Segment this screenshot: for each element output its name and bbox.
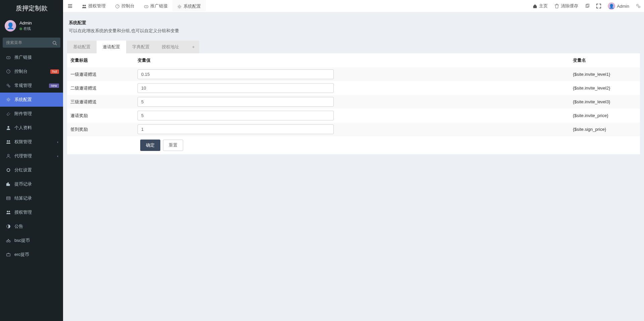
- page-description: 可以在此增改系统的变量和分组,也可以自定义分组和变量: [69, 28, 638, 34]
- badge-new: new: [49, 84, 59, 88]
- svg-point-5: [7, 84, 9, 86]
- sidebar-item-10[interactable]: 结算记录: [0, 191, 63, 205]
- main: 系统配置 可以在此增改系统的变量和分组,也可以自定义分组和变量 基础配置邀请配置…: [63, 0, 644, 321]
- config-tab-1[interactable]: 邀请配置: [97, 41, 126, 53]
- settings-button[interactable]: [633, 0, 644, 12]
- row-title: 一级邀请赠送: [67, 67, 134, 81]
- config-tab-3[interactable]: 授权地址: [156, 41, 185, 53]
- fullscreen-button[interactable]: [593, 0, 604, 12]
- topnav-tab-label: 推广链接: [150, 3, 168, 9]
- row-value-input[interactable]: [138, 111, 334, 120]
- sidebar-item-12[interactable]: 公告: [0, 219, 63, 233]
- sidebar-item-5[interactable]: 个人资料: [0, 121, 63, 135]
- config-table: 变量标题 变量值 变量名 一级邀请赠送{$site.invite_level1}…: [67, 53, 640, 136]
- toggle-sidebar-button[interactable]: [63, 0, 77, 12]
- row-var-name: {$site.sign_price}: [570, 122, 640, 136]
- row-value-input[interactable]: [138, 83, 334, 93]
- topnav-tab-2[interactable]: 推广链接: [139, 0, 172, 12]
- sidebar-item-7[interactable]: 代理管理‹: [0, 149, 63, 163]
- clear-cache-button[interactable]: 清除缓存: [551, 0, 582, 12]
- cogs-icon: [5, 83, 12, 88]
- svg-point-8: [7, 126, 9, 128]
- topnav-user[interactable]: 👤 Admin: [604, 0, 633, 12]
- plus-icon: ＋: [191, 44, 196, 49]
- page: 系统配置 可以在此增改系统的变量和分组,也可以自定义分组和变量 基础配置邀请配置…: [63, 12, 644, 158]
- row-title: 三级邀请赠送: [67, 95, 134, 109]
- gears-icon: [636, 4, 641, 8]
- sidebar-item-11[interactable]: 授权管理: [0, 205, 63, 219]
- home-button[interactable]: 主页: [529, 0, 551, 12]
- sidebar-item-2[interactable]: 常规管理new: [0, 78, 63, 93]
- topnav-tab-3[interactable]: 系统配置: [172, 0, 206, 12]
- config-panel: 系统配置 可以在此增改系统的变量和分组,也可以自定义分组和变量 基础配置邀请配置…: [67, 16, 640, 154]
- row-value-input[interactable]: [138, 69, 334, 79]
- cog-icon: [5, 97, 12, 102]
- svg-point-11: [7, 154, 9, 156]
- config-tab-0[interactable]: 基础配置: [67, 41, 97, 53]
- status-dot-icon: [19, 28, 22, 30]
- table-row: 三级邀请赠送{$site.invite_level3}: [67, 95, 640, 109]
- case-icon: [5, 252, 12, 257]
- sidebar-item-label: 结算记录: [14, 195, 32, 201]
- search-icon[interactable]: [52, 40, 57, 45]
- search-input[interactable]: [3, 38, 60, 48]
- sidebar-item-9[interactable]: 提币记录: [0, 177, 63, 191]
- sidebar-item-label: 代理管理: [14, 153, 32, 159]
- add-tab-button[interactable]: ＋: [185, 41, 199, 53]
- user-name: Admin: [19, 20, 32, 25]
- sidebar: 质押定制款 👤 Admin 在线 推广链接控制台hot常规管理new系统配置附件…: [0, 0, 63, 321]
- topnav-user-name: Admin: [617, 4, 629, 9]
- tab-body: 变量标题 变量值 变量名 一级邀请赠送{$site.invite_level1}…: [67, 53, 640, 154]
- topnav-tabs: 授权管理控制台推广链接系统配置: [77, 0, 206, 12]
- confirm-button[interactable]: 确定: [140, 140, 160, 151]
- user-info: Admin 在线: [19, 20, 32, 31]
- row-value-input[interactable]: [138, 97, 334, 107]
- expand-icon: [596, 4, 601, 8]
- svg-point-15: [8, 211, 10, 212]
- svg-point-20: [83, 5, 84, 6]
- reset-button[interactable]: 重置: [163, 140, 183, 151]
- sidebar-item-label: 授权管理: [14, 209, 32, 215]
- svg-point-29: [638, 6, 640, 8]
- sidebar-item-13[interactable]: bsc提币: [0, 233, 63, 248]
- row-var-name: {$site.invite_price}: [570, 109, 640, 122]
- config-tab-2[interactable]: 字典配置: [126, 41, 156, 53]
- row-title: 邀请奖励: [67, 109, 134, 122]
- sidebar-item-3[interactable]: 系统配置: [0, 93, 63, 107]
- sidebar-item-8[interactable]: 分红设置: [0, 163, 63, 177]
- topnav-tab-0[interactable]: 授权管理: [77, 0, 110, 12]
- row-var-name: {$site.invite_level1}: [570, 67, 640, 81]
- topnav-tab-label: 授权管理: [88, 3, 106, 9]
- config-tabs: 基础配置邀请配置字典配置授权地址＋: [67, 41, 640, 53]
- svg-line-1: [56, 44, 57, 45]
- topnav-tab-label: 控制台: [121, 3, 135, 9]
- sidebar-item-label: 个人资料: [14, 125, 32, 131]
- users-icon: [82, 3, 87, 9]
- sidebar-item-4[interactable]: 附件管理: [0, 107, 63, 121]
- home-label: 主页: [539, 3, 548, 9]
- cog-icon: [177, 4, 182, 9]
- panel-header: 系统配置 可以在此增改系统的变量和分组,也可以自定义分组和变量: [67, 16, 640, 38]
- circle-icon: [5, 168, 12, 172]
- row-value-input[interactable]: [138, 124, 334, 134]
- topnav: 授权管理控制台推广链接系统配置 主页 清除缓存 👤 Admin: [63, 0, 644, 12]
- svg-point-10: [8, 140, 10, 142]
- sidebar-item-14[interactable]: erc提币: [0, 248, 63, 262]
- sidebar-item-0[interactable]: 推广链接: [0, 50, 63, 64]
- topnav-right: 主页 清除缓存 👤 Admin: [529, 0, 644, 12]
- sidebar-item-6[interactable]: 权限管理‹: [0, 135, 63, 149]
- user-panel: 👤 Admin 在线: [0, 17, 63, 35]
- svg-point-28: [637, 4, 638, 6]
- avatar: 👤: [608, 2, 615, 10]
- avatar: 👤: [5, 20, 16, 32]
- topnav-tab-1[interactable]: 控制台: [110, 0, 139, 12]
- copy-button[interactable]: [582, 0, 593, 12]
- sidebar-item-label: 系统配置: [14, 97, 32, 103]
- table-row: 二级邀请赠送{$site.invite_level2}: [67, 81, 640, 95]
- clip-icon: [5, 111, 12, 116]
- svg-point-25: [178, 6, 180, 7]
- svg-point-21: [84, 5, 86, 6]
- copy-icon: [585, 4, 590, 8]
- sidebar-item-1[interactable]: 控制台hot: [0, 64, 63, 78]
- svg-rect-13: [7, 197, 10, 200]
